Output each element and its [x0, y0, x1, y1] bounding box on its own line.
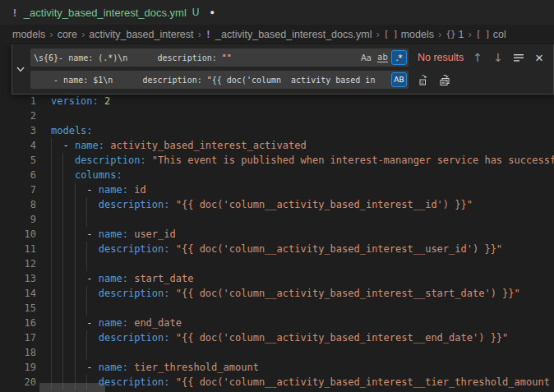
breadcrumb-label: activity_based_interest	[89, 29, 193, 40]
editor-pane[interactable]: Aa ab .* No results ↑ ↓ ×	[0, 44, 554, 392]
modified-dot-icon[interactable]: ●	[210, 8, 215, 16]
code-line[interactable]: 1version: 2	[0, 94, 554, 108]
code-line[interactable]: 18	[0, 345, 554, 360]
line-number: 16	[0, 316, 36, 330]
breadcrumb-separator: ›	[468, 28, 471, 40]
code-line[interactable]: 8 description: "{{ doc('column__activity…	[0, 197, 554, 212]
breadcrumb-item[interactable]: models	[12, 29, 45, 40]
breadcrumb-separator: ›	[49, 28, 53, 40]
code-area: 1version: 223models:4 - name: activity_b…	[0, 44, 554, 390]
find-in-selection-icon	[513, 52, 524, 63]
line-number: 2	[0, 108, 36, 123]
code-line[interactable]: 9	[0, 212, 554, 227]
match-case-icon[interactable]: Aa	[358, 50, 374, 65]
code-line[interactable]: 13 - name: start_date	[0, 271, 554, 286]
breadcrumb-label: 1	[459, 29, 464, 40]
code-line[interactable]: 17 description: "{{ doc('column__activit…	[0, 330, 554, 345]
find-status: No results	[418, 52, 464, 63]
code-text: description: "{{ doc('column__activity_b…	[51, 286, 554, 301]
warning-icon: !	[205, 29, 211, 40]
code-text	[51, 212, 554, 227]
breadcrumb-item[interactable]: [ ]models	[384, 29, 434, 40]
replace-button[interactable]: c	[416, 71, 434, 89]
line-number: 12	[0, 256, 36, 271]
yaml-file-icon: !	[12, 7, 18, 19]
replace-input[interactable]	[30, 71, 390, 89]
code-text: - name: tier_threshold_amount	[51, 360, 554, 375]
code-text: - name: id	[51, 182, 554, 197]
breadcrumb-item[interactable]: core	[58, 29, 77, 40]
line-number: 20	[0, 375, 36, 390]
line-number: 10	[0, 227, 36, 242]
horizontal-scrollbar[interactable]	[39, 383, 105, 392]
code-text: models:	[51, 123, 554, 138]
breadcrumb-item[interactable]: activity_based_interest	[89, 29, 193, 40]
find-replace-widget: Aa ab .* No results ↑ ↓ ×	[12, 44, 554, 95]
code-line[interactable]: 11 description: "{{ doc('column__activit…	[0, 242, 554, 256]
vscode-window: ! _activity_based_interest_docs.yml U ● …	[0, 0, 554, 392]
code-line[interactable]: 7 - name: id	[0, 182, 554, 197]
code-text	[51, 301, 554, 316]
breadcrumb-item[interactable]: {}1	[446, 29, 464, 40]
previous-match-button[interactable]: ↑	[469, 48, 487, 67]
code-text: description: "{{ doc('column__activity_b…	[51, 197, 554, 212]
code-text	[51, 108, 554, 123]
code-text: - name: activity_based_interest_activate…	[51, 138, 554, 153]
find-in-selection-button[interactable]	[510, 48, 528, 67]
line-number: 1	[0, 94, 36, 108]
breadcrumb-label: _activity_based_interest_docs.yml	[215, 29, 372, 40]
find-input[interactable]	[30, 48, 358, 67]
object-icon: {}	[446, 29, 455, 39]
code-text: columns:	[51, 168, 554, 182]
breadcrumb-item[interactable]: !_activity_based_interest_docs.yml	[205, 29, 372, 40]
code-line[interactable]: 10 - name: user_id	[0, 227, 554, 242]
breadcrumb-separator: ›	[81, 28, 85, 40]
line-number: 11	[0, 242, 36, 256]
code-line[interactable]: 2	[0, 108, 554, 123]
code-text: - name: start_date	[51, 271, 554, 286]
next-match-button[interactable]: ↓	[489, 48, 507, 67]
chevron-down-icon	[16, 67, 25, 72]
line-number: 14	[0, 286, 36, 301]
editor-tab[interactable]: ! _activity_based_interest_docs.yml U ●	[0, 0, 228, 25]
breadcrumb-separator: ›	[197, 28, 201, 40]
code-text	[51, 345, 554, 360]
regex-icon[interactable]: .*	[391, 50, 407, 65]
close-find-button[interactable]: ×	[530, 48, 548, 67]
code-line[interactable]: 14 description: "{{ doc('column__activit…	[0, 286, 554, 301]
line-number: 7	[0, 182, 36, 197]
whole-word-label: ab	[377, 53, 387, 62]
code-line[interactable]: 4 - name: activity_based_interest_activa…	[0, 138, 554, 153]
code-line[interactable]: 12	[0, 256, 554, 271]
line-number: 13	[0, 271, 36, 286]
svg-text:ac: ac	[441, 80, 446, 85]
indent-guides	[51, 345, 87, 360]
line-number: 6	[0, 168, 36, 182]
svg-text:c: c	[422, 80, 424, 85]
breadcrumb-separator: ›	[376, 28, 379, 40]
code-line[interactable]: 6 columns:	[0, 168, 554, 182]
close-icon: ×	[535, 51, 543, 65]
line-number: 15	[0, 301, 36, 316]
preserve-case-icon[interactable]: AB	[391, 72, 407, 87]
line-number: 9	[0, 212, 36, 227]
replace-icon: c	[418, 73, 432, 86]
breadcrumb-label: col	[493, 29, 506, 40]
code-line[interactable]: 5 description: "This event is published …	[0, 153, 554, 168]
breadcrumb-item[interactable]: [ ]col	[476, 29, 506, 40]
code-line[interactable]: 19 - name: tier_threshold_amount	[0, 360, 554, 375]
code-line[interactable]: 15	[0, 301, 554, 316]
whole-word-icon[interactable]: ab	[375, 50, 390, 65]
git-untracked-badge: U	[192, 7, 200, 18]
line-number: 3	[0, 123, 36, 138]
replace-all-button[interactable]: ac	[436, 71, 455, 89]
code-line[interactable]: 16 - name: end_date	[0, 316, 554, 330]
indent-guides	[51, 301, 87, 316]
code-text: description: "{{ doc('column__activity_b…	[51, 375, 554, 390]
line-number: 18	[0, 345, 36, 360]
tab-title: _activity_based_interest_docs.yml	[24, 7, 187, 19]
tab-bar: ! _activity_based_interest_docs.yml U ●	[0, 0, 554, 25]
toggle-replace-button[interactable]	[12, 44, 29, 94]
indent-guides	[51, 212, 87, 227]
code-line[interactable]: 3models:	[0, 123, 554, 138]
